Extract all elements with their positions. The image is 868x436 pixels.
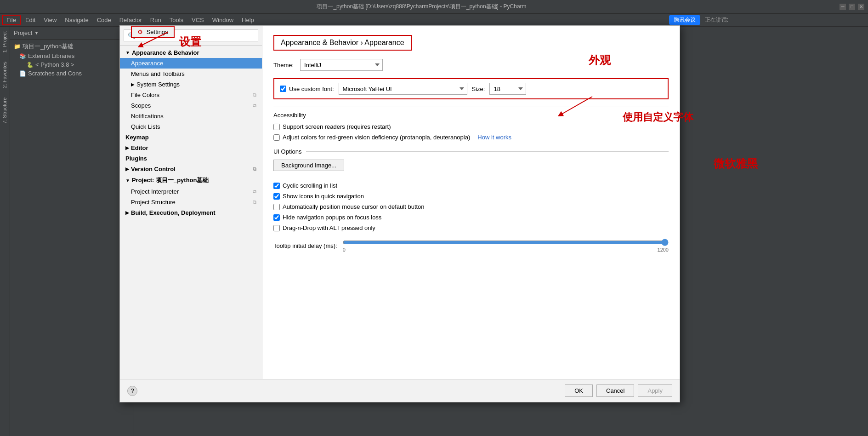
screen-readers-label[interactable]: Support screen readers (requires restart…: [273, 123, 391, 130]
hide-nav-label[interactable]: Hide navigation popups on focus loss: [273, 214, 381, 221]
tooltip-label: Tooltip initial delay (ms):: [273, 242, 337, 249]
drag-drop-row: Drag-n-Drop with ALT pressed only: [273, 224, 669, 231]
tooltip-row: Tooltip initial delay (ms): 0 1200: [273, 239, 669, 252]
library-icon: 📚: [19, 53, 26, 59]
help-button[interactable]: ?: [127, 386, 137, 396]
size-select[interactable]: 18 12 14 16 20: [489, 83, 526, 95]
nav-quick-lists[interactable]: Quick Lists: [120, 121, 262, 132]
theme-select[interactable]: IntelliJ Darcula High contrast: [300, 59, 383, 71]
how-it-works-link[interactable]: How it works: [477, 134, 511, 141]
nav-label: Scopes: [131, 102, 151, 109]
apply-button[interactable]: Apply: [638, 384, 672, 397]
tree-item-python[interactable]: 🐍 < Python 3.8 >: [10, 60, 134, 69]
nav-version-control[interactable]: Version Control ⧉: [120, 164, 262, 174]
nav-scopes[interactable]: Scopes ⧉: [120, 100, 262, 111]
nav-appearance-behavior[interactable]: Appearance & Behavior: [120, 47, 262, 58]
copy-icon: ⧉: [253, 189, 256, 195]
menu-tools[interactable]: Tools: [166, 16, 187, 24]
copy-icon: ⧉: [253, 103, 256, 109]
tree-item-scratches[interactable]: 📄 Scratches and Cons: [10, 69, 134, 78]
nav-file-colors[interactable]: File Colors ⧉: [120, 90, 262, 100]
nav-system-settings[interactable]: System Settings: [120, 79, 262, 90]
show-icons-row: Show icons in quick navigation: [273, 193, 669, 200]
tab-favorites[interactable]: 2: Favorites: [0, 57, 10, 92]
tab-structure[interactable]: 7: Structure: [0, 93, 10, 128]
hide-nav-checkbox[interactable]: [273, 214, 280, 221]
settings-content: Appearance & Behavior › Appearance Theme…: [262, 26, 680, 379]
menu-help[interactable]: Help: [238, 16, 258, 24]
nav-menus-toolbars[interactable]: Menus and Toolbars: [120, 69, 262, 79]
nav-plugins[interactable]: Plugins: [120, 153, 262, 164]
settings-tab[interactable]: ⚙ Settings: [131, 26, 175, 38]
custom-font-checkbox-label[interactable]: Use custom font:: [280, 86, 334, 92]
window-controls: ─ □ ✕: [840, 4, 864, 10]
nav-label: Quick Lists: [131, 123, 160, 130]
tree-item-libraries[interactable]: 📚 External Libraries: [10, 52, 134, 60]
window-title: 项目一_python基础 [D:\Users\zq888\PycharmProj…: [4, 3, 840, 11]
nav-editor[interactable]: Editor: [120, 143, 262, 153]
ok-button[interactable]: OK: [565, 384, 593, 397]
tab-project[interactable]: 1: Project: [0, 27, 10, 57]
color-blind-label[interactable]: Adjust colors for red-green vision defic…: [273, 134, 470, 141]
expand-icon: [125, 166, 129, 172]
panel-header: Project ▼: [10, 27, 134, 40]
auto-position-row: Automatically position mouse cursor on d…: [273, 203, 669, 210]
drag-drop-checkbox[interactable]: [273, 225, 280, 231]
maximize-button[interactable]: □: [849, 4, 855, 10]
hide-nav-row: Hide navigation popups on focus loss: [273, 214, 669, 221]
slider-max: 1200: [658, 247, 669, 252]
settings-nav: Appearance & Behavior Appearance Menus a…: [120, 26, 262, 379]
settings-tree: Appearance & Behavior Appearance Menus a…: [120, 46, 262, 379]
auto-position-label[interactable]: Automatically position mouse cursor on d…: [273, 203, 425, 210]
menu-code[interactable]: Code: [93, 16, 115, 24]
separator: [273, 107, 669, 107]
screen-readers-row: Support screen readers (requires restart…: [273, 123, 669, 130]
nav-build-execution[interactable]: Build, Execution, Deployment: [120, 207, 262, 218]
custom-font-checkbox[interactable]: [280, 86, 286, 92]
menu-file[interactable]: File: [2, 15, 21, 25]
menu-view[interactable]: View: [40, 16, 60, 24]
tree-item-label: < Python 3.8 >: [35, 61, 74, 68]
menu-navigate[interactable]: Navigate: [61, 16, 92, 24]
panel-title: Project: [14, 29, 32, 36]
nav-label: System Settings: [136, 81, 180, 88]
font-select[interactable]: Microsoft YaHei UI Arial Segoe UI: [339, 83, 467, 95]
menu-refactor[interactable]: Refactor: [116, 16, 146, 24]
copy-icon: ⧉: [253, 92, 256, 98]
menu-vcs[interactable]: VCS: [188, 16, 208, 24]
nav-keymap[interactable]: Keymap: [120, 132, 262, 143]
tencent-badge: 腾讯会议: [669, 15, 700, 25]
minimize-button[interactable]: ─: [840, 4, 846, 10]
size-label: Size:: [472, 86, 485, 92]
title-bar: 项目一_python基础 [D:\Users\zq888\PycharmProj…: [0, 0, 868, 14]
tree-item-project[interactable]: 📁 项目一_python基础: [10, 41, 134, 52]
menu-edit[interactable]: Edit: [22, 16, 39, 24]
menu-run[interactable]: Run: [147, 16, 165, 24]
cyclic-scrolling-label[interactable]: Cyclic scrolling in list: [273, 182, 337, 189]
show-icons-label[interactable]: Show icons in quick navigation: [273, 193, 364, 200]
project-panel: Project ▼ 📁 项目一_python基础 📚 External Libr…: [10, 27, 134, 436]
cancel-button[interactable]: Cancel: [596, 384, 634, 397]
nav-project-interpreter[interactable]: Project Interpreter ⧉: [120, 186, 262, 197]
nav-notifications[interactable]: Notifications: [120, 111, 262, 121]
show-icons-checkbox[interactable]: [273, 193, 280, 200]
slider-min: 0: [343, 247, 346, 252]
nav-project-structure[interactable]: Project Structure ⧉: [120, 197, 262, 207]
nav-label: Appearance: [131, 60, 163, 67]
nav-project[interactable]: Project: 项目一_python基础: [120, 174, 262, 186]
tooltip-slider[interactable]: [343, 239, 669, 246]
screen-readers-checkbox[interactable]: [273, 124, 280, 130]
expand-icon: [131, 82, 135, 87]
accessibility-label: Accessibility: [273, 112, 669, 119]
color-blind-checkbox[interactable]: [273, 134, 280, 141]
theme-label: Theme:: [273, 62, 294, 69]
bg-image-button[interactable]: Background Image...: [273, 160, 344, 171]
cyclic-scrolling-checkbox[interactable]: [273, 183, 280, 189]
hide-nav-text: Hide navigation popups on focus loss: [283, 214, 381, 221]
drag-drop-label[interactable]: Drag-n-Drop with ALT pressed only: [273, 224, 375, 231]
nav-appearance[interactable]: Appearance: [120, 58, 262, 69]
nav-label: Project Structure: [131, 199, 176, 206]
auto-position-checkbox[interactable]: [273, 204, 280, 210]
menu-window[interactable]: Window: [209, 16, 237, 24]
close-window-button[interactable]: ✕: [858, 4, 864, 10]
